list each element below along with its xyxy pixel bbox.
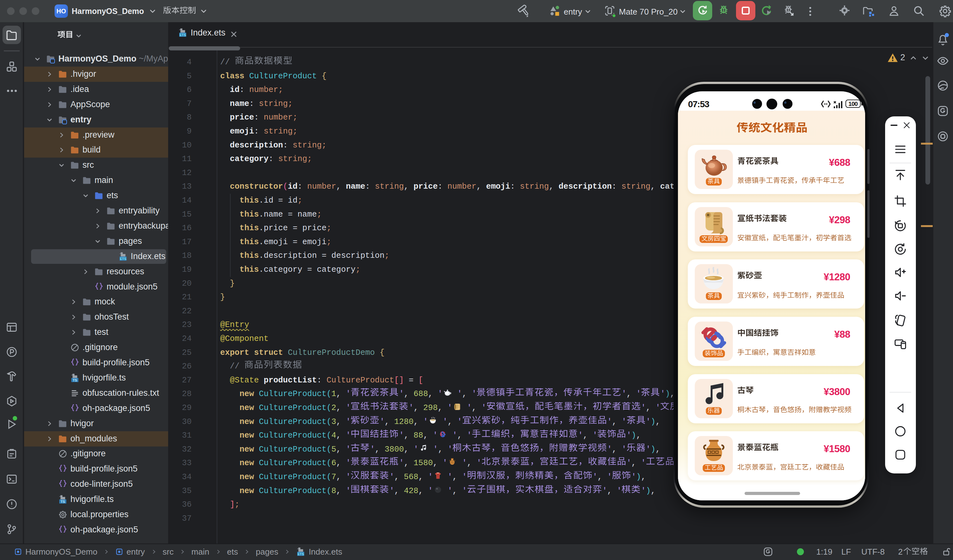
svg-text:ETS: ETS: [180, 33, 186, 37]
svg-text:TS: TS: [73, 378, 77, 382]
svg-text:ETS: ETS: [120, 257, 126, 261]
svg-text:TS: TS: [61, 500, 65, 504]
svg-text:ETS: ETS: [298, 552, 304, 556]
